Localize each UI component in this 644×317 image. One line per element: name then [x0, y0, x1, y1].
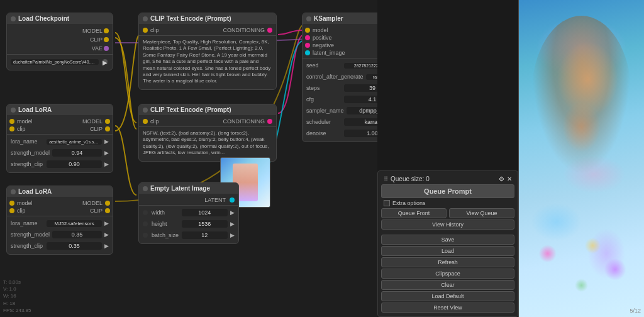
extra-options-row: Extra options: [381, 199, 514, 208]
lora1-title: Load LoRA: [7, 104, 113, 115]
checkpoint-title: Load Checkpoint: [7, 13, 113, 24]
latent-width-left: [143, 210, 148, 215]
clip1-prompt[interactable]: Masterpiece, Top Quality, High Resolutio…: [139, 37, 276, 87]
ksampler-title: KSampler: [303, 13, 377, 24]
queue-dots-icon: ⠿: [384, 175, 388, 182]
load-default-button[interactable]: Load Default: [381, 291, 514, 301]
queue-panel: ⠿ Queue size: 0 ⚙ ✕ Queue Prompt Extra o…: [377, 170, 518, 317]
clip1-title: CLIP Text Encode (Prompt): [139, 13, 276, 24]
latent-batch: 12: [182, 231, 228, 239]
queue-actions-row: Queue Front View Queue: [381, 208, 514, 219]
extra-options-label: Extra options: [392, 200, 426, 206]
lora1-strength-model: 0.94: [52, 149, 102, 157]
ksampler-steps: 39: [344, 84, 377, 92]
clip2-clip-in[interactable]: [143, 119, 148, 124]
lora1-strength-clip: 0.90: [47, 160, 102, 168]
node-clip-encode-2[interactable]: CLIP Text Encode (Prompt) clip CONDITION…: [138, 104, 277, 162]
lora1-model-out[interactable]: [105, 119, 110, 124]
ckpt-name-value: duchaitenPaimixlNo_ponyNoScoreV40.safete…: [11, 59, 99, 65]
ksampler-cfg: 4.1: [344, 96, 377, 103]
lora2-strength-clip: 0.35: [47, 242, 102, 250]
lora1-clip-in[interactable]: [9, 126, 14, 131]
page-counter: 5/12: [630, 308, 641, 314]
latent-out[interactable]: [230, 197, 235, 203]
node-ksampler[interactable]: KSampler model LATENT positive: [302, 13, 377, 142]
queue-size-label: Queue size: 0: [391, 175, 430, 182]
lora2-model-in[interactable]: [9, 201, 14, 206]
stat-fps: FPS: 243.85: [3, 307, 31, 314]
ksampler-scheduler: karras: [344, 118, 377, 126]
lora1-name: aesthetic_anime_v1s.safetensors: [47, 139, 102, 145]
ksampler-neg-in[interactable]: [305, 43, 310, 48]
refresh-button[interactable]: Refresh: [381, 257, 514, 267]
lora2-clip-out[interactable]: [105, 208, 110, 213]
vae-output[interactable]: [104, 46, 109, 51]
node-load-lora-1[interactable]: Load LoRA model MODEL clip CLIP: [6, 104, 113, 173]
canvas-area[interactable]: Load Checkpoint MODEL CLIP VAE duchaiten…: [0, 0, 377, 317]
lora2-name: MJ52.safetensors: [47, 220, 102, 227]
ksampler-model-in[interactable]: [305, 28, 310, 33]
queue-front-button[interactable]: Queue Front: [381, 208, 447, 218]
stat-v: V: 1.0: [3, 286, 31, 292]
stat-w: W: 16: [3, 292, 31, 299]
clip2-cond-out[interactable]: [267, 119, 272, 124]
queue-prompt-button[interactable]: Queue Prompt: [381, 184, 514, 198]
latent-title: Empty Latent Image: [139, 183, 238, 194]
ksampler-denoise: 1.00: [344, 130, 377, 137]
lora2-strength-model: 0.35: [52, 231, 102, 238]
model-output[interactable]: [104, 28, 109, 33]
node-load-checkpoint[interactable]: Load Checkpoint MODEL CLIP VAE duchaiten…: [6, 13, 113, 70]
generated-image-panel: [519, 0, 644, 317]
latent-width: 1024: [182, 209, 228, 216]
extra-options-checkbox[interactable]: [384, 200, 390, 206]
clipspace-button[interactable]: Clipspace: [381, 269, 514, 279]
ksampler-seed: 282782122244291: [344, 63, 377, 69]
node-clip-encode-1[interactable]: CLIP Text Encode (Prompt) clip CONDITION…: [138, 13, 277, 90]
latent-height-left: [143, 221, 148, 226]
save-button[interactable]: Save: [381, 235, 514, 245]
latent-height: 1536: [182, 220, 228, 228]
ckpt-arrow[interactable]: ▶: [103, 59, 108, 64]
queue-header: ⠿ Queue size: 0 ⚙ ✕: [381, 174, 514, 184]
lora2-clip-in[interactable]: [9, 208, 14, 213]
stats-panel: T: 0.00s V: 1.0 W: 16 H: 18 FPS: 243.85: [3, 279, 31, 314]
clip2-prompt[interactable]: NSFW, (text:2), (bad anatomy:2), (long t…: [139, 128, 276, 158]
latent-batch-left: [143, 233, 148, 238]
ksampler-pos-in[interactable]: [305, 35, 310, 40]
view-history-button[interactable]: View History: [381, 220, 514, 230]
ksampler-control: randomize: [366, 74, 377, 80]
clip1-clip-in[interactable]: [143, 28, 148, 33]
stat-t: T: 0.00s: [3, 279, 31, 286]
ksampler-sampler: dpmpp_2m: [347, 107, 377, 114]
queue-close-icon[interactable]: ✕: [507, 175, 512, 182]
generated-image: [519, 0, 644, 317]
lora1-clip-out[interactable]: [105, 126, 110, 131]
load-button[interactable]: Load: [381, 246, 514, 256]
reset-view-button[interactable]: Reset View: [381, 303, 514, 313]
view-queue-button[interactable]: View Queue: [449, 208, 514, 218]
node-empty-latent[interactable]: Empty Latent Image LATENT width 1024 ▶ h…: [138, 182, 239, 244]
queue-settings-icon[interactable]: ⚙: [499, 175, 504, 182]
clip-output[interactable]: [104, 37, 109, 42]
right-panel: 5/12: [518, 0, 644, 317]
lora2-model-out[interactable]: [105, 201, 110, 206]
lora1-model-in[interactable]: [9, 119, 14, 124]
clear-button[interactable]: Clear: [381, 280, 514, 290]
clip2-title: CLIP Text Encode (Prompt): [139, 104, 276, 115]
clip1-cond-out[interactable]: [267, 28, 272, 33]
stat-h: H: 18: [3, 300, 31, 307]
node-load-lora-2[interactable]: Load LoRA model MODEL clip CLIP: [6, 186, 113, 255]
ksampler-latent-in[interactable]: [305, 50, 310, 55]
lora2-title: Load LoRA: [7, 186, 113, 197]
